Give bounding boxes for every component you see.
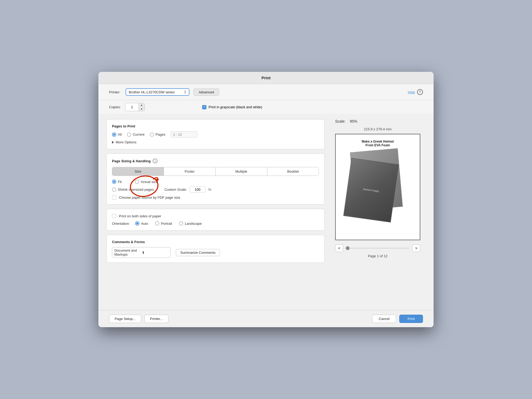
both-sides-checkbox[interactable]: [112, 214, 116, 218]
radio-portrait[interactable]: Portrait: [155, 221, 172, 226]
radio-all-label: All: [118, 132, 122, 136]
shrink-row: Shrink oversized pages Custom Scale: %: [112, 186, 319, 193]
page-sizing-title: Page Sizing & Handling: [112, 159, 151, 163]
choose-paper-row: Choose paper source by PDF page size: [112, 195, 319, 200]
orientation-label: Orientation:: [112, 222, 130, 226]
page-sizing-header: Page Sizing & Handling i: [112, 159, 319, 163]
portrait-label: Portrait: [161, 222, 172, 226]
radio-fit-indicator: [112, 180, 116, 184]
radio-auto[interactable]: Auto: [135, 221, 148, 226]
doc-title-line2: From EVA Foam: [365, 143, 390, 147]
pages-section-title: Pages to Print: [112, 124, 319, 128]
dimensions-text: 215.9 x 279.4 mm: [364, 127, 392, 131]
shrink-label: Shrink oversized pages: [118, 188, 154, 192]
svg-point-0: [130, 174, 159, 198]
more-options-arrow-icon: [112, 141, 114, 144]
preview-images: SpartanHelmetDIY [helmet image]: [347, 150, 408, 225]
help-area: Help ?: [408, 89, 423, 95]
dialog-title: Print: [98, 72, 434, 84]
dropdown-arrow-icon: ⬇: [142, 251, 168, 255]
copies-stepper: ▲ ▼: [139, 103, 144, 111]
radio-all[interactable]: All: [112, 132, 122, 137]
custom-scale-input[interactable]: [190, 186, 206, 193]
copies-input-group: ▲ ▼: [125, 103, 145, 111]
radio-landscape-indicator: [179, 221, 183, 226]
scale-label: Scale:: [332, 119, 346, 123]
prev-page-button[interactable]: <: [335, 244, 343, 252]
orientation-row: Orientation: Auto Portrait Landscape: [112, 221, 319, 226]
grayscale-checkbox[interactable]: [202, 105, 206, 109]
auto-label: Auto: [141, 222, 148, 226]
preview-box: Make a Greek Helmet From EVA Foam Sparta…: [335, 134, 420, 240]
print-dialog: Print Printer: Brother HL-L3270CDW serie…: [98, 72, 434, 327]
doc-title-line1: Make a Greek Helmet: [362, 140, 394, 143]
comments-dropdown[interactable]: Document and Markups ⬇: [112, 247, 171, 258]
grayscale-label: Print in grayscale (black and white): [209, 105, 262, 109]
print-options-section: Print on both sides of paper Orientation…: [106, 209, 325, 231]
choose-paper-checkbox[interactable]: [112, 195, 116, 200]
copies-row: Copies: ▲ ▼ Print in grayscale (black an…: [98, 100, 434, 114]
radio-actual-indicator: [135, 180, 139, 184]
radio-shrink-indicator: [112, 188, 116, 192]
printer-dropdown[interactable]: Brother HL-L3270CDW series ▲ ▼: [126, 88, 189, 96]
percent-label: %: [208, 188, 211, 192]
more-options-toggle[interactable]: More Options: [112, 140, 319, 144]
summarize-button[interactable]: Summarize Comments: [176, 249, 220, 256]
comments-title: Comments & Forms: [112, 240, 319, 244]
print-button[interactable]: Print: [399, 315, 423, 323]
bottom-bar: Page Setup... Printer... Cancel Print: [98, 310, 434, 327]
radio-all-indicator: [112, 132, 116, 137]
radio-actual-size[interactable]: Actual size: [135, 180, 157, 184]
printer-button[interactable]: Printer...: [144, 315, 168, 323]
next-page-button[interactable]: >: [412, 244, 420, 252]
tab-poster[interactable]: Poster: [164, 167, 215, 176]
left-panel: Pages to Print All Current Pages: [106, 119, 325, 305]
radio-pages[interactable]: Pages: [150, 132, 165, 137]
tab-multiple[interactable]: Multiple: [216, 167, 267, 176]
actual-size-label: Actual size: [141, 180, 157, 184]
page-setup-button[interactable]: Page Setup...: [109, 315, 141, 323]
stepper-down[interactable]: ▼: [184, 92, 187, 94]
pages-range-input[interactable]: [171, 131, 197, 138]
radio-current-label: Current: [133, 132, 144, 136]
copies-field[interactable]: [125, 104, 139, 110]
page-slider[interactable]: [346, 248, 410, 249]
page-nav: < >: [330, 244, 426, 252]
fit-row: Fit: [112, 180, 319, 184]
printer-label: Printer:: [109, 90, 120, 94]
printer-stepper[interactable]: ▲ ▼: [184, 90, 187, 94]
grayscale-area: Print in grayscale (black and white): [202, 105, 262, 109]
doc-title: Make a Greek Helmet From EVA Foam: [362, 140, 394, 147]
annotation-circle-svg: [130, 174, 159, 198]
pages-to-print-section: Pages to Print All Current Pages: [106, 119, 325, 149]
radio-portrait-indicator: [155, 221, 159, 226]
help-icon[interactable]: ?: [417, 89, 423, 95]
radio-auto-indicator: [135, 221, 139, 226]
both-sides-row: Print on both sides of paper: [112, 214, 319, 218]
choose-paper-label: Choose paper source by PDF page size: [119, 196, 180, 200]
page-sizing-section: Page Sizing & Handling i Size Poster Mul…: [106, 153, 325, 205]
sizing-options: Fit: [112, 180, 319, 200]
right-panel: Scale: 95% 215.9 x 279.4 mm Make a Greek…: [330, 119, 426, 305]
radio-shrink[interactable]: Shrink oversized pages: [112, 188, 154, 192]
main-content: Pages to Print All Current Pages: [98, 114, 434, 310]
page-sizing-info-icon[interactable]: i: [153, 159, 157, 163]
page-counter: Page 1 of 12: [368, 254, 388, 258]
advanced-button[interactable]: Advanced: [194, 89, 219, 96]
tab-size[interactable]: Size: [112, 167, 164, 176]
sizing-tab-row: Size Poster Multiple Booklet: [112, 167, 319, 176]
tab-booklet[interactable]: Booklet: [267, 167, 319, 176]
copies-up[interactable]: ▲: [139, 103, 144, 107]
pages-radio-group: All Current Pages: [112, 131, 319, 138]
radio-current[interactable]: Current: [127, 132, 144, 137]
fit-label: Fit: [118, 180, 122, 184]
copies-label: Copies:: [109, 105, 121, 109]
printer-row: Printer: Brother HL-L3270CDW series ▲ ▼ …: [98, 84, 434, 100]
radio-pages-indicator: [150, 132, 154, 137]
cancel-button[interactable]: Cancel: [372, 315, 396, 323]
copies-down[interactable]: ▼: [139, 107, 144, 111]
help-link[interactable]: Help: [408, 90, 415, 94]
radio-landscape[interactable]: Landscape: [179, 221, 202, 226]
both-sides-label: Print on both sides of paper: [119, 214, 161, 218]
radio-fit[interactable]: Fit: [112, 180, 122, 184]
